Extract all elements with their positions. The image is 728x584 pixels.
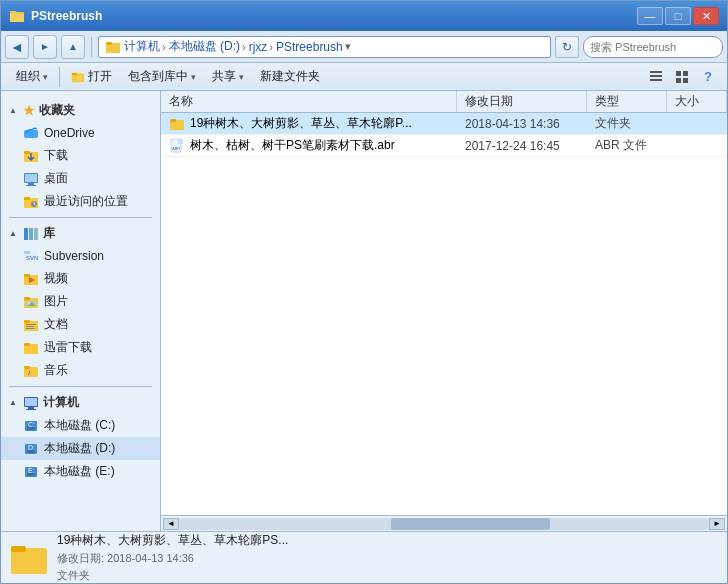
svg-text:⚡: ⚡ bbox=[27, 344, 37, 354]
sidebar-item-subversion[interactable]: SVN Subversion bbox=[1, 245, 160, 267]
forward-button[interactable]: ► bbox=[33, 35, 57, 59]
view-tiles-icon bbox=[675, 70, 689, 84]
h-scroll-track[interactable] bbox=[179, 518, 709, 530]
sidebar-item-music[interactable]: ♪ 音乐 bbox=[1, 359, 160, 382]
status-file-icon bbox=[9, 538, 49, 578]
disk-d-icon: D: bbox=[23, 441, 39, 457]
view-tiles-button[interactable] bbox=[671, 66, 693, 88]
table-row[interactable]: 19种树木、大树剪影、草丛、草木轮廓P... 2018-04-13 14:36 … bbox=[161, 113, 727, 135]
file-name-2: ABR 树木、枯树、树干PS笔刷素材下载.abr bbox=[161, 135, 457, 156]
sidebar-item-document[interactable]: 文档 bbox=[1, 313, 160, 336]
status-file-name: 19种树木、大树剪影、草丛、草木轮廓PS... bbox=[57, 532, 288, 549]
explorer-window: PStreebrush — □ ✕ ◄ ► ▲ 计算机 › bbox=[0, 0, 728, 584]
svg-rect-2 bbox=[10, 11, 16, 14]
breadcrumb-rjxz[interactable]: rjxz › bbox=[249, 40, 273, 54]
svg-rect-70 bbox=[11, 546, 26, 552]
svg-rect-12 bbox=[683, 71, 688, 76]
file-size-2 bbox=[667, 135, 727, 156]
library-title[interactable]: ▲ 库 bbox=[1, 222, 160, 245]
file-list-header: 名称 修改日期 类型 大小 bbox=[161, 91, 727, 113]
svg-rect-51 bbox=[25, 398, 37, 406]
svg-rect-13 bbox=[676, 78, 681, 83]
maximize-button[interactable]: □ bbox=[665, 7, 691, 25]
table-row[interactable]: ABR 树木、枯树、树干PS笔刷素材下载.abr 2017-12-24 16:4… bbox=[161, 135, 727, 157]
h-scroll-left-icon: ◄ bbox=[167, 519, 175, 528]
sidebar-item-disk-c[interactable]: C: 本地磁盘 (C:) bbox=[1, 414, 160, 437]
search-input[interactable] bbox=[590, 41, 728, 53]
sidebar-item-video[interactable]: 视频 bbox=[1, 267, 160, 290]
refresh-button[interactable]: ↻ bbox=[555, 36, 579, 58]
sidebar-item-disk-d[interactable]: D: 本地磁盘 (D:) bbox=[1, 437, 160, 460]
svg-text:E:: E: bbox=[28, 467, 35, 474]
h-scroll-thumb[interactable] bbox=[391, 518, 550, 530]
breadcrumb-pstreebrush[interactable]: PStreebrush ▾ bbox=[276, 40, 351, 54]
library-section: ▲ 库 SVN S bbox=[1, 222, 160, 382]
column-header-name[interactable]: 名称 bbox=[161, 91, 457, 112]
svg-rect-14 bbox=[683, 78, 688, 83]
search-bar[interactable]: 🔍 bbox=[583, 36, 723, 58]
column-header-date[interactable]: 修改日期 bbox=[457, 91, 587, 112]
organize-button[interactable]: 组织 ▾ bbox=[9, 66, 55, 88]
sidebar-item-onedrive[interactable]: OneDrive bbox=[1, 122, 160, 144]
h-scroll-right-button[interactable]: ► bbox=[709, 518, 725, 530]
view-details-icon bbox=[649, 70, 663, 84]
view-details-button[interactable] bbox=[645, 66, 667, 88]
svg-rect-9 bbox=[650, 75, 662, 77]
sidebar-item-download[interactable]: 下载 bbox=[1, 144, 160, 167]
file-type-1: 文件夹 bbox=[587, 113, 667, 134]
title-bar-left: PStreebrush bbox=[9, 8, 102, 24]
svg-rect-53 bbox=[26, 409, 36, 410]
computer-icon bbox=[23, 395, 39, 411]
share-dropdown-icon: ▾ bbox=[239, 72, 244, 82]
svg-rect-15 bbox=[24, 130, 38, 138]
toolbar: 组织 ▾ 打开 包含到库中 ▾ 共享 ▾ 新建文件夹 bbox=[1, 63, 727, 91]
forward-icon: ► bbox=[40, 41, 50, 52]
file-list: 19种树木、大树剪影、草丛、草木轮廓P... 2018-04-13 14:36 … bbox=[161, 113, 727, 515]
close-button[interactable]: ✕ bbox=[693, 7, 719, 25]
open-button[interactable]: 打开 bbox=[64, 66, 119, 88]
computer-title[interactable]: ▲ 计算机 bbox=[1, 391, 160, 414]
new-folder-button[interactable]: 新建文件夹 bbox=[253, 66, 327, 88]
status-bar: 19种树木、大树剪影、草丛、草木轮廓PS... 修改日期: 2018-04-13… bbox=[1, 531, 727, 583]
svg-rect-6 bbox=[72, 72, 77, 75]
sidebar-item-disk-e[interactable]: E: 本地磁盘 (E:) bbox=[1, 460, 160, 483]
title-bar: PStreebrush — □ ✕ bbox=[1, 1, 727, 31]
breadcrumb-disk-d[interactable]: 本地磁盘 (D:) › bbox=[169, 38, 246, 55]
breadcrumb-computer[interactable]: 计算机 › bbox=[124, 38, 166, 55]
column-header-size[interactable]: 大小 bbox=[667, 91, 727, 112]
status-file-type: 文件夹 bbox=[57, 568, 288, 583]
back-button[interactable]: ◄ bbox=[5, 35, 29, 59]
svg-rect-21 bbox=[26, 185, 36, 186]
share-button[interactable]: 共享 ▾ bbox=[205, 66, 251, 88]
help-button[interactable]: ? bbox=[697, 66, 719, 88]
breadcrumb-bar[interactable]: 计算机 › 本地磁盘 (D:) › rjxz › PStreebrush ▾ bbox=[98, 36, 551, 58]
svg-rect-8 bbox=[650, 71, 662, 73]
sidebar-item-recent[interactable]: 最近访问的位置 bbox=[1, 190, 160, 213]
column-header-type[interactable]: 类型 bbox=[587, 91, 667, 112]
window-icon bbox=[9, 8, 25, 24]
onedrive-icon bbox=[23, 125, 39, 141]
folder-icon-1 bbox=[169, 116, 185, 132]
svg-rect-64 bbox=[170, 119, 176, 122]
file-list-container: 名称 修改日期 类型 大小 bbox=[161, 91, 727, 531]
favorites-title[interactable]: ▲ ★ 收藏夹 bbox=[1, 99, 160, 122]
h-scroll-left-button[interactable]: ◄ bbox=[163, 518, 179, 530]
svg-rect-35 bbox=[24, 297, 30, 300]
window-title: PStreebrush bbox=[31, 9, 102, 23]
horizontal-scrollbar[interactable]: ◄ ► bbox=[161, 515, 727, 531]
file-date-1: 2018-04-13 14:36 bbox=[457, 113, 587, 134]
subversion-icon: SVN bbox=[23, 248, 39, 264]
include-library-button[interactable]: 包含到库中 ▾ bbox=[121, 66, 203, 88]
file-type-2: ABR 文件 bbox=[587, 135, 667, 156]
minimize-button[interactable]: — bbox=[637, 7, 663, 25]
sidebar-item-picture[interactable]: 图片 bbox=[1, 290, 160, 313]
sidebar-item-thunder[interactable]: ⚡ 迅雷下载 bbox=[1, 336, 160, 359]
address-bar: ◄ ► ▲ 计算机 › 本地磁盘 (D:) › rjxz › bbox=[1, 31, 727, 63]
sidebar-divider-1 bbox=[9, 217, 152, 218]
favorites-expand-icon: ▲ bbox=[9, 106, 19, 115]
sidebar-item-desktop[interactable]: 桌面 bbox=[1, 167, 160, 190]
svg-rect-7 bbox=[76, 76, 83, 81]
up-button[interactable]: ▲ bbox=[61, 35, 85, 59]
help-icon: ? bbox=[704, 69, 712, 84]
main-content: ▲ ★ 收藏夹 OneDrive bbox=[1, 91, 727, 531]
